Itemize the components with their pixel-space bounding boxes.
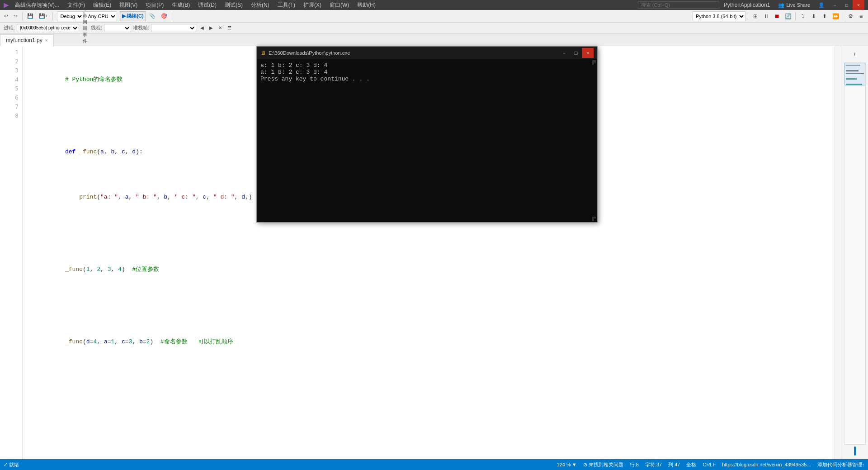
toolbar-sep-2: [52, 12, 53, 20]
console-scroll-up[interactable]: ▲: [592, 60, 596, 65]
lifecycle-button[interactable]: 生命周期事件 ▾: [81, 24, 89, 32]
toolbar-sep-6: [843, 12, 843, 20]
close-button[interactable]: ×: [853, 0, 864, 10]
settings-button[interactable]: ⚙: [845, 11, 855, 21]
show-frames-button[interactable]: ⊞: [750, 11, 760, 21]
pause-button[interactable]: ⏸: [761, 11, 771, 21]
console-scroll-track: [592, 66, 596, 216]
maximize-button[interactable]: □: [841, 0, 853, 10]
stack-select[interactable]: [151, 24, 196, 32]
tab-myfunction1[interactable]: myfunction1.py ×: [0, 34, 54, 46]
more-button[interactable]: ≡: [856, 11, 866, 21]
console-maximize-button[interactable]: □: [570, 48, 582, 58]
status-bar: ✓ 就绪 124 % ▼ ⊘ 未找到相关问题 行:8 字符:37 列:47 全格…: [0, 459, 868, 470]
tab-label: myfunction1.py: [6, 37, 42, 43]
console-body-row: a: 1 b: 2 c: 3 d: 4 a: 1 b: 2 c: 3 d: 4 …: [257, 59, 597, 222]
minimap: [844, 62, 866, 445]
thread-label: 线程:: [91, 24, 102, 31]
console-title-text: E:\360Downloads\Python\python.exe: [269, 50, 350, 56]
attach-button[interactable]: 📎: [147, 11, 158, 21]
minimap-viewport: [844, 63, 865, 85]
title-bar-right: PythonApplication1 👥 Live Share 👤 − □ ×: [638, 0, 864, 10]
errors-text: ⊘ 未找到相关问题: [583, 461, 623, 468]
encoding-indicator[interactable]: 全格: [686, 461, 696, 468]
continue-button[interactable]: ▶ 继续(C): [120, 11, 146, 21]
console-scroll-down[interactable]: ▼: [592, 217, 596, 221]
debug-nav-controls: ◀ ▶ ✕ ☰: [198, 24, 233, 32]
tab-close-button[interactable]: ×: [45, 38, 48, 43]
nav-back-button[interactable]: ◀: [198, 24, 206, 32]
toolbar-sep-3: [172, 12, 172, 20]
menu-help[interactable]: 帮助(H): [354, 0, 379, 10]
console-line-1: a: 1 b: 2 c: 3 d: 4: [260, 62, 587, 69]
console-window: 🖥 E:\360Downloads\Python\python.exe − □ …: [256, 46, 598, 223]
minimap-scrollbar-thumb[interactable]: [854, 446, 856, 456]
menu-edit[interactable]: 编辑(E): [90, 0, 115, 10]
console-controls: − □ ×: [558, 48, 594, 58]
minimize-button[interactable]: −: [829, 0, 841, 10]
target-button[interactable]: 🎯: [159, 11, 170, 21]
step-into-button[interactable]: ⬇: [809, 11, 819, 21]
python-version-select[interactable]: Python 3.8 (64-bit): [693, 11, 745, 21]
tab-bar: myfunction1.py ×: [0, 33, 868, 46]
redo-button[interactable]: ↪: [11, 11, 20, 21]
status-ok[interactable]: ✓ 就绪: [4, 461, 19, 468]
toolbar-sep-1: [22, 12, 23, 20]
python-runtime: Python 3.8 (64-bit): [693, 11, 745, 21]
console-scrollbar[interactable]: ▲ ▼: [591, 59, 597, 222]
undo-button[interactable]: ↩: [2, 11, 10, 21]
thread-select[interactable]: [104, 24, 131, 32]
toolbar-sep-4: [748, 12, 748, 20]
menu-tools[interactable]: 工具(T): [274, 0, 299, 10]
user-icon[interactable]: 👤: [818, 2, 825, 8]
char-indicator[interactable]: 字符:37: [645, 461, 662, 468]
console-minimize-button[interactable]: −: [558, 48, 570, 58]
debug-mode-select[interactable]: Debug: [57, 11, 84, 21]
process-select[interactable]: [0x00005e5c] python.exe: [17, 24, 79, 32]
toolbar-sep-5: [795, 12, 796, 20]
stop-button[interactable]: ⏹: [772, 11, 782, 21]
console-app-icon: 🖥: [260, 50, 266, 56]
console-title-left: 🖥 E:\360Downloads\Python\python.exe: [260, 50, 350, 56]
code-line-7: [30, 301, 835, 310]
nav-close-button[interactable]: ✕: [216, 24, 224, 32]
line-ending-indicator[interactable]: CRLF: [703, 462, 716, 467]
col-indicator[interactable]: 列:47: [668, 461, 680, 468]
menu-extensions[interactable]: 扩展(X): [300, 0, 325, 10]
menu-analyze[interactable]: 分析(N): [247, 0, 273, 10]
collapse-minimap-button[interactable]: +: [849, 48, 861, 61]
live-share-icon: 👥: [778, 2, 784, 8]
cpu-select[interactable]: Any CPU: [85, 11, 117, 21]
errors-status[interactable]: ⊘ 未找到相关问题: [583, 461, 623, 468]
stack-label: 堆栈帧:: [133, 24, 149, 31]
ok-icon: ✓: [4, 462, 8, 467]
search-input[interactable]: [638, 1, 719, 9]
menu-build[interactable]: 生成(B): [168, 0, 193, 10]
nav-menu-button[interactable]: ☰: [225, 24, 233, 32]
menu-view[interactable]: 视图(V): [116, 0, 141, 10]
save-all-button[interactable]: 💾+: [37, 11, 50, 21]
live-share-button[interactable]: 👥 Live Share: [774, 2, 814, 8]
url-indicator[interactable]: https://blog.csdn.net/weixin_43949535...: [722, 462, 811, 467]
step-out-button[interactable]: ⬆: [820, 11, 830, 21]
restart-button[interactable]: 🔄: [783, 11, 793, 21]
row-indicator[interactable]: 行:8: [630, 461, 639, 468]
save-button[interactable]: 💾: [25, 11, 36, 21]
zoom-level[interactable]: 124 % ▼: [557, 462, 577, 467]
title-bar-menu: 高级保存选项(V)... 文件(F) 编辑(E) 视图(V) 项目(P) 生成(…: [11, 0, 379, 10]
nav-forward-button[interactable]: ▶: [207, 24, 215, 32]
console-close-button[interactable]: ×: [582, 48, 594, 58]
run-to-cursor-button[interactable]: ⏩: [830, 11, 840, 21]
settings-indicator[interactable]: 添加代码分析器管理↑: [817, 461, 865, 468]
zoom-arrows: ▼: [572, 462, 577, 467]
menu-window[interactable]: 窗口(W): [326, 0, 353, 10]
menu-project[interactable]: 项目(P): [142, 0, 167, 10]
menu-advanced-save[interactable]: 高级保存选项(V)...: [11, 0, 63, 10]
menu-test[interactable]: 测试(S): [221, 0, 246, 10]
console-output[interactable]: a: 1 b: 2 c: 3 d: 4 a: 1 b: 2 c: 3 d: 4 …: [257, 59, 591, 222]
menu-debug[interactable]: 调试(D): [194, 0, 220, 10]
continue-icon: ▶: [122, 13, 126, 19]
editor-scrollbar[interactable]: [835, 46, 841, 459]
step-over-button[interactable]: ⤵: [798, 11, 808, 21]
code-line-8: _func(d=4, a=1, c=3, b=2) #命名参数 可以打乱顺序: [30, 328, 835, 356]
